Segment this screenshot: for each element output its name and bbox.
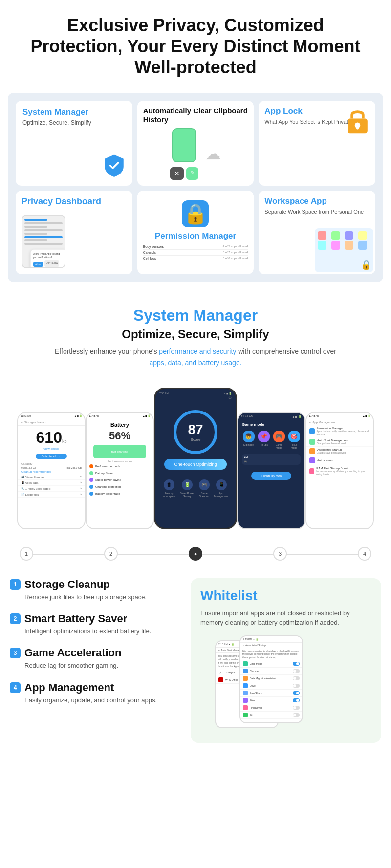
header-section: Exclusive Privacy, Customized Protection… xyxy=(0,0,391,88)
feature-desc-2: Intelligent optimizations to extend batt… xyxy=(10,627,181,636)
feature-title-2: Smart Battery Saver xyxy=(24,612,127,625)
whitelist-title: Whitelist xyxy=(200,588,371,604)
feature-title-4: App Management xyxy=(24,681,114,694)
phone-center-header: 7:56 PM▲◼ 🔋 xyxy=(155,389,236,396)
workspace-visual: 🔒 xyxy=(315,228,373,272)
feature-desc-4: Easily organize, update, and control you… xyxy=(10,696,181,705)
phone-battery: 11:43 AM▲◼ 🔋 Battery 56% fast charging P… xyxy=(86,412,154,529)
feature-desc-1: Remove junk files to free up storage spa… xyxy=(10,593,181,602)
system-manager-subtitle: Optimize, Secure, Simplify xyxy=(22,119,126,126)
phone-game-screen: 11:43 AM▲◼ 🔋 Game mode ⋮ 👦Kid mode 📌Pin-… xyxy=(238,413,304,528)
system-manager-section: System Manager Optimize, Secure, Simplif… xyxy=(0,287,391,378)
whitelist-desc: Ensure important apps are not closed or … xyxy=(200,608,371,628)
phones-row: 11:43 AM▲◼ 🔋 ← Storage cleanup 610kb Vie… xyxy=(0,378,391,539)
features-grid-section: System Manager Optimize, Secure, Simplif… xyxy=(8,93,383,282)
feature-item-2: 2 Smart Battery Saver Intelligent optimi… xyxy=(10,612,181,636)
shield-icon xyxy=(101,152,128,181)
phone-storage-screen: 11:43 AM▲◼ 🔋 ← Storage cleanup 610kb Vie… xyxy=(18,413,85,528)
feature-card-clipboard: Automatically Clear Clipboard History ✕ … xyxy=(137,101,254,186)
phone4-header: 11:43 AM▲◼ 🔋 xyxy=(306,413,373,419)
whitelist-phones: 2:13 PM ▲ 🔋 ← Auto Start Manage... You c… xyxy=(200,635,371,733)
timeline-dot-2[interactable]: 2 xyxy=(104,547,118,561)
svg-rect-2 xyxy=(356,125,359,129)
feature-num-3: 3 xyxy=(10,648,21,658)
workspace-subtitle: Separate Work Space from Personal One xyxy=(264,208,369,215)
timeline-dot-3[interactable]: ● xyxy=(189,547,202,561)
workspace-title: Workspace App xyxy=(264,196,369,206)
feature-card-applock: App Lock What App You Select is Kept Pri… xyxy=(259,101,375,186)
phone-center-screen: 7:56 PM▲◼ 🔋 ⚙ 87 Score One-touch Optimiz… xyxy=(155,389,236,528)
phone2-header: 11:43 AM▲◼ 🔋 xyxy=(87,413,153,419)
phone-center: 7:56 PM▲◼ 🔋 ⚙ 87 Score One-touch Optimiz… xyxy=(154,388,237,529)
feature-title-1: Storage Cleanup xyxy=(24,578,110,591)
feature-item-1: 1 Storage Cleanup Remove junk files to f… xyxy=(10,578,181,602)
privacy-phone-mock: Allow Photo App to send you notification… xyxy=(22,215,65,268)
game-title-bar: Game mode ⋮ xyxy=(238,420,304,429)
privacy-title: Privacy Dashboard xyxy=(22,196,127,207)
feature-title-3: Game Acceleration xyxy=(24,647,122,659)
system-manager-title: System Manager xyxy=(22,108,126,117)
features-grid: System Manager Optimize, Secure, Simplif… xyxy=(16,101,375,275)
page-title: Exclusive Privacy, Customized Protection… xyxy=(29,15,362,78)
feature-card-privacy: Privacy Dashboard Allow Photo App t xyxy=(16,191,132,275)
feature-item-3: 3 Game Acceleration Reduce lag for smoot… xyxy=(10,647,181,670)
game-header: 11:43 AM▲◼ 🔋 xyxy=(238,413,304,420)
clipboard-visual: ✕ ✎ ☁ xyxy=(143,128,248,180)
sm-section-subtitle: Optimize, Secure, Simplify xyxy=(10,327,381,341)
feature-num-1: 1 xyxy=(10,579,21,590)
whitelist-section: Whitelist Ensure important apps are not … xyxy=(191,578,381,743)
feature-card-permission: 🔒 Permission Manager Body sensors4 of 5 … xyxy=(137,191,254,275)
sm-section-title: System Manager xyxy=(10,306,381,325)
permission-lock-icon: 🔒 xyxy=(182,200,209,227)
phone-app-mgmt: 11:43 AM▲◼ 🔋 ← App Management Permission… xyxy=(305,412,374,529)
timeline-dot-5[interactable]: 4 xyxy=(358,547,371,561)
clean-ram-button[interactable]: Clean up ram xyxy=(251,472,291,480)
permission-title: Permission Manager xyxy=(155,231,236,241)
phone-game: 11:43 AM▲◼ 🔋 Game mode ⋮ 👦Kid mode 📌Pin-… xyxy=(237,412,305,529)
feature-item-4: 4 App Management Easily organize, update… xyxy=(10,681,181,705)
features-bottom: 1 Storage Cleanup Remove junk files to f… xyxy=(0,568,391,753)
phone-battery-screen: 11:43 AM▲◼ 🔋 Battery 56% fast charging P… xyxy=(87,413,153,528)
whitelist-phone-front: 2:13 PM ▲ 🔋 ← Associated Startup It is r… xyxy=(239,635,303,723)
feature-desc-3: Reduce lag for smoother gaming. xyxy=(10,661,181,670)
clipboard-title: Automatically Clear Clipboard History xyxy=(143,107,248,124)
feature-card-system-manager: System Manager Optimize, Secure, Simplif… xyxy=(16,101,132,186)
phone-app-mgmt-screen: 11:43 AM▲◼ 🔋 ← App Management Permission… xyxy=(306,413,373,528)
phone-storage: 11:43 AM▲◼ 🔋 ← Storage cleanup 610kb Vie… xyxy=(17,412,86,529)
timeline-dot-4[interactable]: 3 xyxy=(273,547,287,561)
feature-num-4: 4 xyxy=(10,682,21,693)
sm-section-desc: Effortlessly enhance your phone's perfor… xyxy=(49,346,342,368)
timeline-row: 1 2 ● 3 4 xyxy=(0,539,391,568)
timeline-dot-1[interactable]: 1 xyxy=(20,547,33,561)
applock-icon xyxy=(342,105,373,138)
features-list: 1 Storage Cleanup Remove junk files to f… xyxy=(10,578,181,743)
feature-card-workspace: Workspace App Separate Work Space from P… xyxy=(259,191,375,275)
optimize-button[interactable]: One-touch Optimizing xyxy=(164,459,226,470)
feature-num-2: 2 xyxy=(10,613,21,624)
phone1-header: 11:43 AM▲◼ 🔋 xyxy=(18,413,85,419)
